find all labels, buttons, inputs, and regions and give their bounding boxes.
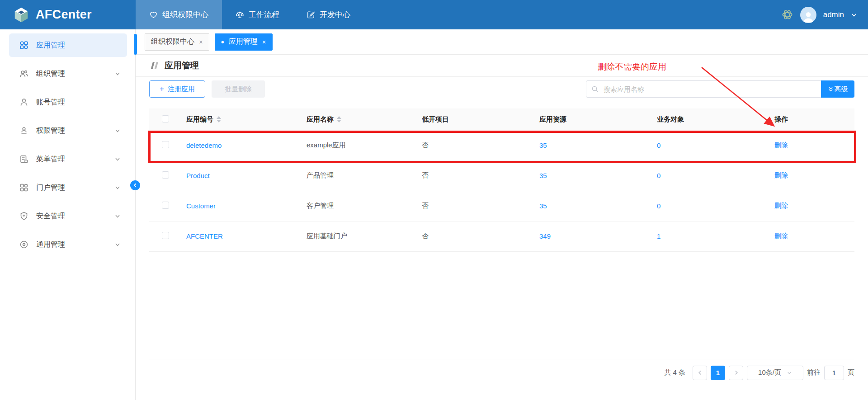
column-header-low-code: 低开项目 (422, 115, 449, 123)
sidebar-item-portal-management[interactable]: 门户管理 (9, 176, 127, 199)
nav-item-org-permission-center[interactable]: 组织权限中心 (136, 0, 222, 29)
goto-page-input[interactable] (824, 366, 844, 380)
app-id-link[interactable]: Product (186, 172, 210, 179)
chevron-down-icon[interactable] (851, 12, 857, 18)
delete-link[interactable]: 删除 (774, 232, 788, 240)
resources-link[interactable]: 35 (539, 202, 547, 210)
resources-link[interactable]: 35 (539, 172, 547, 179)
chevron-down-icon (114, 241, 121, 248)
prev-page-button[interactable] (693, 366, 707, 380)
tab-org-permission-center[interactable]: 组织权限中心 × (145, 33, 209, 51)
close-icon[interactable]: × (199, 38, 203, 46)
applications-table: 应用编号 应用名称 低开项目 应用资源 业务对象 操作 (149, 108, 854, 252)
chevron-down-icon (114, 127, 121, 134)
row-checkbox[interactable] (162, 141, 169, 148)
user-icon (19, 98, 28, 107)
tab-scroll-handle[interactable] (134, 34, 137, 55)
table-row-customer: Customer 客户管理 否 35 0 删除 (149, 191, 854, 221)
nav-item-workflow[interactable]: 工作流程 (222, 0, 293, 29)
goto-label: 前往 (807, 368, 821, 377)
sort-icon[interactable] (337, 116, 341, 122)
avatar[interactable] (800, 7, 816, 23)
column-header-app-id: 应用编号 (186, 115, 213, 124)
table-header-row: 应用编号 应用名称 低开项目 应用资源 业务对象 操作 (149, 108, 854, 130)
nav-item-label: 开发中心 (320, 9, 350, 20)
content: 应用管理 + 注册应用 批量删除 (136, 55, 868, 400)
delete-link[interactable]: 删除 (774, 202, 788, 209)
pagination: 共 4 条 1 10条/页 前往 页 (149, 366, 854, 380)
chevron-down-icon (114, 156, 121, 162)
sidebar-item-organization-management[interactable]: 组织管理 (9, 62, 127, 85)
delete-link[interactable]: 删除 (774, 141, 788, 149)
page-unit-label: 页 (848, 368, 854, 377)
row-checkbox[interactable] (162, 202, 169, 209)
column-header-resources: 应用资源 (539, 115, 566, 123)
resources-link[interactable]: 349 (539, 232, 551, 240)
goto-page-group: 前往 页 (807, 366, 854, 380)
sidebar-item-label: 应用管理 (36, 41, 65, 50)
sidebar-item-label: 通用管理 (36, 240, 65, 249)
document-list-icon (19, 155, 28, 164)
resources-link[interactable]: 35 (539, 141, 547, 149)
sidebar: 应用管理 组织管理 (0, 29, 136, 400)
table-row-deletedemo: deletedemo example应用 否 35 0 删除 (149, 130, 854, 160)
advanced-label: 高级 (835, 85, 848, 94)
delete-link[interactable]: 删除 (774, 171, 788, 179)
search-input[interactable] (586, 80, 821, 98)
search-group: 高级 (586, 80, 854, 98)
page-title-slashes-icon (149, 61, 159, 70)
topbar-right: admin (781, 0, 868, 29)
double-chevron-down-icon (828, 86, 834, 92)
batch-delete-button[interactable]: 批量删除 (212, 80, 265, 98)
row-checkbox[interactable] (162, 232, 169, 239)
sidebar-item-application-management[interactable]: 应用管理 (9, 33, 127, 57)
tab-application-management[interactable]: • 应用管理 × (215, 33, 273, 51)
advanced-search-button[interactable]: 高级 (821, 80, 854, 98)
page-title: 应用管理 (165, 60, 199, 71)
next-page-button[interactable] (729, 366, 743, 380)
close-icon[interactable]: × (262, 38, 266, 46)
page-size-value: 10条/页 (758, 368, 781, 377)
sort-icon[interactable] (217, 116, 221, 122)
register-app-button[interactable]: + 注册应用 (149, 80, 205, 98)
business-objects-link[interactable]: 0 (657, 172, 660, 179)
row-checkbox[interactable] (162, 171, 169, 179)
sidebar-item-general-management[interactable]: 通用管理 (9, 233, 127, 256)
business-objects-link[interactable]: 0 (657, 202, 660, 210)
app-name-cell: example应用 (307, 141, 346, 149)
ai-assistant-icon[interactable] (781, 9, 793, 21)
sidebar-item-account-management[interactable]: 账号管理 (9, 90, 127, 114)
heart-icon (149, 10, 158, 19)
business-objects-link[interactable]: 0 (657, 141, 660, 149)
shield-plus-icon (19, 212, 28, 221)
app-id-link[interactable]: Customer (186, 202, 216, 210)
low-code-cell: 否 (422, 232, 429, 240)
sidebar-item-menu-management[interactable]: 菜单管理 (9, 147, 127, 171)
nav-item-dev-center[interactable]: 开发中心 (293, 0, 364, 29)
app-name-cell: 应用基础门户 (307, 232, 347, 240)
active-dot: • (221, 38, 224, 47)
sidebar-item-label: 账号管理 (36, 98, 65, 107)
sidebar-item-security-management[interactable]: 安全管理 (9, 204, 127, 228)
page-size-select[interactable]: 10条/页 (747, 366, 803, 380)
nav-item-label: 组织权限中心 (162, 9, 208, 20)
app-name-cell: 产品管理 (307, 171, 334, 179)
tab-bar: 组织权限中心 × • 应用管理 × (136, 29, 868, 55)
sidebar-collapse-button[interactable] (130, 180, 140, 190)
page-number-button[interactable]: 1 (711, 366, 725, 380)
brand: AFCenter (0, 0, 136, 29)
top-bar: AFCenter 组织权限中心 工作流程 (0, 0, 868, 29)
portal-grid-icon (19, 183, 28, 192)
plus-icon: + (160, 85, 164, 94)
batch-delete-label: 批量删除 (225, 85, 252, 94)
username[interactable]: admin (823, 10, 844, 19)
select-all-checkbox[interactable] (162, 115, 169, 122)
low-code-cell: 否 (422, 141, 429, 149)
sidebar-item-label: 权限管理 (36, 126, 65, 136)
business-objects-link[interactable]: 1 (657, 232, 660, 240)
bullseye-icon (19, 240, 28, 249)
app-id-link[interactable]: AFCENTER (186, 232, 223, 240)
low-code-cell: 否 (422, 171, 429, 179)
sidebar-item-permission-management[interactable]: 权限管理 (9, 119, 127, 142)
app-id-link[interactable]: deletedemo (186, 141, 222, 149)
